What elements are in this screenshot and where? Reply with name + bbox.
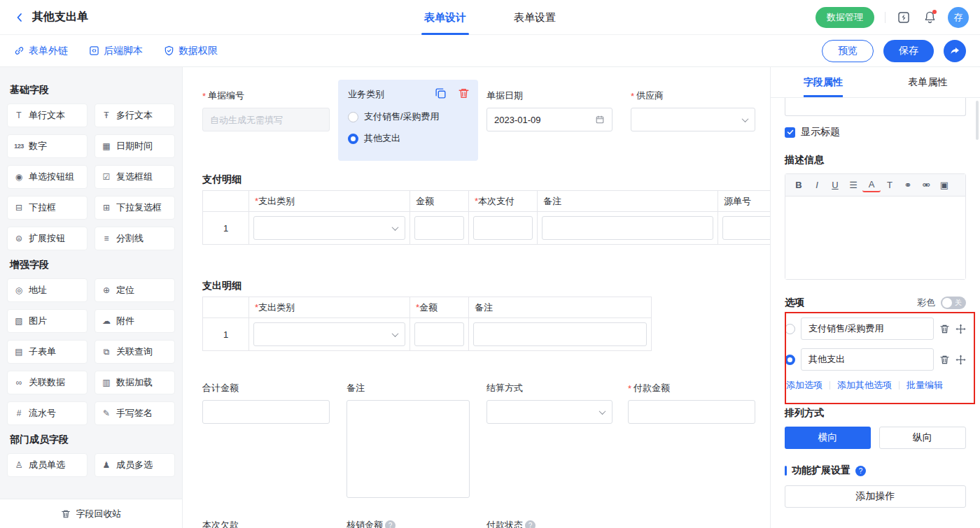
sidebar-field-address[interactable]: ◎地址	[7, 278, 88, 302]
batch-edit-link[interactable]: 批量编辑	[899, 379, 950, 392]
bold-icon[interactable]: B	[790, 177, 808, 194]
data-manage-button[interactable]: 数据管理	[816, 7, 874, 28]
show-title-checkbox-row[interactable]: 显示标题	[785, 126, 966, 138]
sidebar-field-multi-select[interactable]: ⊞下拉复选框	[94, 196, 175, 220]
checkbox-checked-icon[interactable]	[785, 127, 795, 138]
total-amount-input[interactable]	[202, 400, 330, 424]
tab-form-settings[interactable]: 表单设置	[511, 0, 559, 35]
tab-form-design[interactable]: 表单设计	[421, 0, 469, 35]
sidebar-field-member-single[interactable]: ♙成员单选	[7, 453, 88, 477]
signature-icon: ✎	[101, 408, 112, 418]
bill-date-input[interactable]: 2023-01-09	[486, 108, 612, 131]
help-icon[interactable]: ?	[525, 520, 536, 528]
panel-scrollbar[interactable]	[976, 101, 979, 140]
bill-no-input[interactable]	[202, 108, 330, 131]
expense-type-select[interactable]	[253, 322, 405, 346]
font-size-icon[interactable]: T	[881, 177, 899, 194]
insert-image-icon[interactable]: ▣	[935, 177, 953, 194]
sidebar-field-multi-line-text[interactable]: Ŧ多行文本	[94, 104, 175, 127]
field-total-amount[interactable]: 合计金额	[202, 382, 330, 424]
sidebar-field-location[interactable]: ⊕定位	[94, 278, 175, 302]
backend-script-button[interactable]: 后端脚本	[89, 45, 143, 57]
remove-link-icon[interactable]: ⚮	[917, 177, 935, 194]
avatar[interactable]: 存	[948, 7, 969, 28]
field-recycle-bin[interactable]: 字段回收站	[0, 499, 182, 528]
font-color-icon[interactable]: A	[862, 178, 881, 192]
sidebar-field-linked-query[interactable]: ⧉关联查询	[94, 340, 175, 364]
field-title-input-partial[interactable]	[785, 98, 966, 116]
external-link-button[interactable]: 表单外链	[14, 45, 68, 57]
add-option-link[interactable]: 添加选项	[785, 379, 830, 392]
this-payment-input[interactable]	[473, 216, 533, 240]
share-button[interactable]	[944, 40, 966, 62]
pay-amount-input[interactable]	[628, 400, 755, 424]
field-bill-no[interactable]: *单据编号	[202, 90, 330, 131]
underline-icon[interactable]: U	[826, 177, 844, 194]
radio-pay-sales[interactable]	[348, 112, 358, 122]
sidebar-field-single-line-text[interactable]: T单行文本	[7, 104, 88, 127]
insert-link-icon[interactable]: ⚭	[899, 177, 917, 194]
option-value-input-1[interactable]	[801, 317, 934, 340]
field-bill-date[interactable]: 单据日期 2023-01-09	[486, 90, 612, 131]
data-permission-button[interactable]: 数据权限	[164, 45, 218, 57]
settle-method-select[interactable]	[486, 400, 612, 424]
field-pay-amount[interactable]: *付款金额	[628, 382, 755, 424]
add-other-option-link[interactable]: 添加其他选项	[830, 379, 899, 392]
sidebar-field-datetime[interactable]: ▦日期时间	[94, 134, 175, 158]
sidebar-field-attachment[interactable]: ☁附件	[94, 309, 175, 333]
option-radio-2[interactable]	[785, 355, 795, 365]
add-action-button[interactable]: 添加操作	[785, 485, 966, 508]
sidebar-field-serial-number[interactable]: #流水号	[7, 401, 88, 425]
italic-icon[interactable]: I	[808, 177, 826, 194]
copy-field-icon[interactable]	[435, 87, 447, 99]
amount-input[interactable]	[414, 322, 464, 346]
delete-field-icon[interactable]	[458, 87, 470, 99]
remark-input[interactable]	[542, 216, 713, 240]
field-supplier[interactable]: *供应商	[631, 90, 755, 131]
tab-form-properties[interactable]: 表单属性	[876, 67, 980, 97]
sidebar-field-checkbox-group[interactable]: ☑复选框组	[94, 165, 175, 189]
drag-option-icon[interactable]	[955, 355, 966, 365]
amount-input[interactable]	[414, 216, 464, 240]
expense-type-select[interactable]	[253, 216, 405, 240]
help-icon[interactable]: ?	[385, 520, 396, 528]
align-icon[interactable]: ☰	[844, 177, 862, 194]
editor-content[interactable]	[785, 197, 965, 279]
option-radio-1[interactable]	[785, 324, 795, 334]
row-number: 1	[203, 212, 249, 244]
remark-input[interactable]	[473, 322, 647, 346]
field-remark[interactable]: 备注	[346, 382, 470, 501]
delete-option-icon[interactable]	[939, 355, 950, 365]
radio-other-expense[interactable]	[348, 134, 358, 144]
tab-field-properties[interactable]: 字段属性	[771, 67, 876, 97]
sidebar-field-select[interactable]: ⊟下拉框	[7, 196, 88, 220]
field-settle-method[interactable]: 结算方式	[486, 382, 612, 424]
app-center-icon[interactable]	[896, 10, 911, 25]
sidebar-field-data-load[interactable]: ▥数据加载	[94, 371, 175, 394]
delete-option-icon[interactable]	[939, 324, 950, 334]
drag-option-icon[interactable]	[955, 324, 966, 334]
remark-textarea[interactable]	[346, 400, 470, 498]
sidebar-field-extend-button[interactable]: ⊜扩展按钮	[7, 227, 88, 250]
sidebar-field-linked-data[interactable]: ∞关联数据	[7, 371, 88, 394]
option-value-input-2[interactable]	[801, 348, 934, 371]
supplier-select[interactable]	[631, 108, 755, 131]
sidebar-field-subform[interactable]: ▤子表单	[7, 340, 88, 364]
sidebar-field-signature[interactable]: ✎手写签名	[94, 401, 175, 425]
notification-bell-icon[interactable]	[922, 10, 937, 25]
sidebar-field-image[interactable]: ▧图片	[7, 309, 88, 333]
preview-button[interactable]: 预览	[822, 40, 874, 62]
sidebar-field-divider[interactable]: ≡分割线	[94, 227, 175, 250]
field-business-type-selected[interactable]: 业务类别 支付销售/采购费用 其他支出	[338, 80, 478, 161]
color-toggle[interactable]: 关	[941, 297, 966, 309]
sidebar-field-radio-group[interactable]: ◉单选按钮组	[7, 165, 88, 189]
back-icon[interactable]	[11, 9, 28, 26]
sidebar-field-number[interactable]: 123数字	[7, 134, 88, 158]
sidebar-field-member-multi[interactable]: ♟成员多选	[94, 453, 175, 477]
divider-icon: ≡	[101, 234, 112, 243]
source-no-input[interactable]	[722, 216, 770, 240]
arrange-horizontal-button[interactable]: 横向	[785, 427, 871, 449]
help-icon[interactable]: ?	[855, 466, 866, 476]
arrange-vertical-button[interactable]: 纵向	[879, 427, 967, 449]
save-button[interactable]: 保存	[883, 40, 934, 62]
